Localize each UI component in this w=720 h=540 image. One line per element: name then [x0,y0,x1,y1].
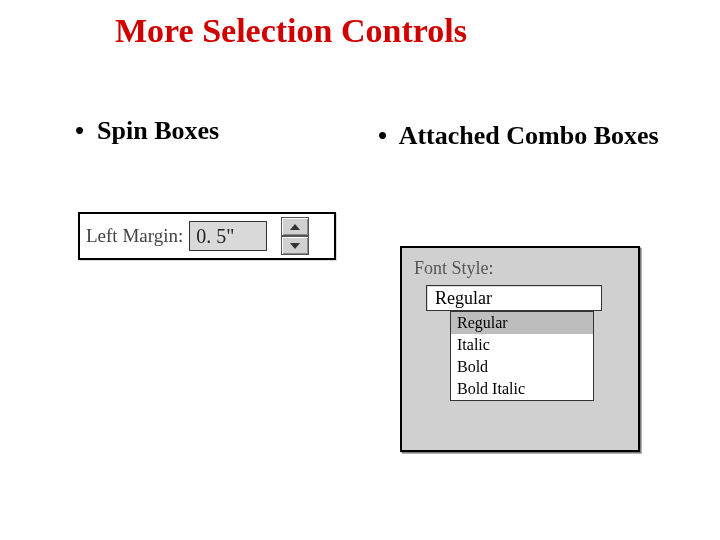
combo-list[interactable]: Regular Italic Bold Bold Italic [450,311,594,401]
bullet-spin-boxes: • Spin Boxes [75,116,219,146]
spinbox-buttons [281,217,309,255]
svg-marker-1 [290,243,300,249]
arrow-down-icon [289,242,301,250]
combo-frame: Font Style: Regular Regular Italic Bold … [400,246,640,452]
bullet-left-label: Spin Boxes [97,116,219,145]
combo-option-bold[interactable]: Bold [451,356,593,378]
combo-label: Font Style: [414,258,626,279]
bullet-dot-icon: • [75,116,84,146]
arrow-up-icon [289,223,301,231]
combo-option-italic[interactable]: Italic [451,334,593,356]
spinbox-input[interactable]: 0. 5" [189,221,267,251]
bullet-dot-icon: • [378,120,387,151]
bullet-attached-combo: • Attached Combo Boxes [378,120,678,151]
spinbox-label: Left Margin: [86,225,183,247]
combo-selected-input[interactable]: Regular [426,285,602,311]
bullet-right-label: Attached Combo Boxes [399,121,659,150]
spinbox-frame: Left Margin: 0. 5" [78,212,336,260]
spin-up-button[interactable] [281,217,309,236]
spin-down-button[interactable] [281,236,309,255]
svg-marker-0 [290,224,300,230]
page-title: More Selection Controls [115,12,467,50]
combo-option-regular[interactable]: Regular [451,312,593,334]
combo-option-bold-italic[interactable]: Bold Italic [451,378,593,400]
